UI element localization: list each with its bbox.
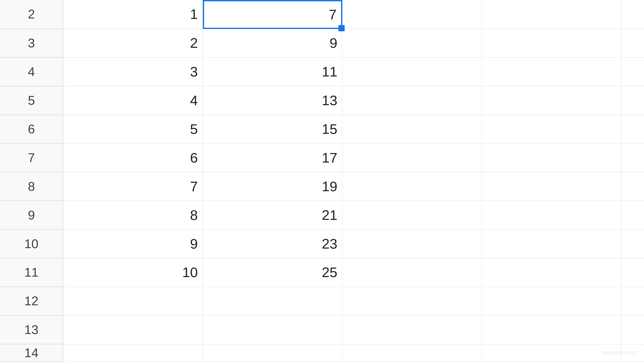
cell[interactable]	[342, 316, 482, 344]
cell[interactable]	[342, 29, 482, 58]
cell[interactable]: 4	[63, 86, 203, 115]
row-headers-column: 2 3 4 5 6 7 8 9 10 11 12 13 14	[0, 0, 63, 362]
table-row	[63, 287, 644, 316]
row-header[interactable]: 4	[0, 58, 63, 86]
cell[interactable]	[482, 0, 622, 29]
selected-cell[interactable]: 7	[203, 0, 342, 29]
cell[interactable]: 7	[63, 172, 203, 201]
cell[interactable]	[622, 230, 644, 258]
cell[interactable]: 21	[203, 201, 342, 230]
row-header[interactable]: 13	[0, 316, 63, 344]
cell[interactable]: 11	[203, 58, 342, 86]
cell[interactable]	[622, 144, 644, 172]
cell[interactable]: 19	[203, 172, 342, 201]
cell[interactable]	[63, 316, 203, 344]
row-header[interactable]: 2	[0, 0, 63, 29]
cell[interactable]	[342, 58, 482, 86]
cell[interactable]: 1	[63, 0, 203, 29]
cell[interactable]: 9	[63, 230, 203, 258]
cell[interactable]	[342, 344, 482, 362]
cell[interactable]	[342, 172, 482, 201]
row-header[interactable]: 14	[0, 344, 63, 362]
cell[interactable]	[622, 287, 644, 316]
cell[interactable]: 15	[203, 115, 342, 144]
cell[interactable]	[622, 86, 644, 115]
cell[interactable]	[482, 316, 622, 344]
cell[interactable]	[482, 258, 622, 287]
cell[interactable]	[482, 115, 622, 144]
row-header[interactable]: 10	[0, 230, 63, 258]
row-header[interactable]: 5	[0, 86, 63, 115]
cell[interactable]	[622, 115, 644, 144]
spreadsheet-grid: 1 7 2 9 3 11 4 13	[63, 0, 644, 362]
table-row	[63, 316, 644, 344]
cell[interactable]	[622, 316, 644, 344]
cell-value: 7	[329, 6, 336, 22]
cell[interactable]	[342, 230, 482, 258]
cell[interactable]: 17	[203, 144, 342, 172]
cell[interactable]: 5	[63, 115, 203, 144]
cell[interactable]	[482, 58, 622, 86]
cell[interactable]: 25	[203, 258, 342, 287]
cell[interactable]	[342, 86, 482, 115]
cell[interactable]	[622, 201, 644, 230]
table-row: 2 9	[63, 29, 644, 58]
cell[interactable]	[482, 144, 622, 172]
cell[interactable]	[622, 0, 644, 29]
cell[interactable]	[622, 29, 644, 58]
table-row: 7 19	[63, 172, 644, 201]
cell[interactable]	[482, 86, 622, 115]
cell[interactable]: 10	[63, 258, 203, 287]
table-row: 9 23	[63, 230, 644, 258]
table-row: 10 25	[63, 258, 644, 287]
watermark: @稀土掘金技术社区	[602, 350, 638, 356]
table-row	[63, 344, 644, 362]
cell[interactable]	[622, 58, 644, 86]
cell[interactable]	[63, 287, 203, 316]
cell[interactable]	[482, 287, 622, 316]
cell[interactable]	[342, 287, 482, 316]
table-row: 1 7	[63, 0, 644, 29]
row-header[interactable]: 3	[0, 29, 63, 58]
cell[interactable]	[342, 258, 482, 287]
cell[interactable]	[482, 344, 622, 362]
cell[interactable]: 9	[203, 29, 342, 58]
row-header[interactable]: 12	[0, 287, 63, 316]
row-header[interactable]: 9	[0, 201, 63, 230]
cell[interactable]	[482, 29, 622, 58]
cell[interactable]	[342, 115, 482, 144]
row-header[interactable]: 11	[0, 258, 63, 287]
row-header[interactable]: 7	[0, 144, 63, 172]
cell[interactable]	[622, 172, 644, 201]
cell[interactable]	[622, 258, 644, 287]
table-row: 5 15	[63, 115, 644, 144]
cell[interactable]: 8	[63, 201, 203, 230]
table-row: 6 17	[63, 144, 644, 172]
cell[interactable]	[482, 230, 622, 258]
cell[interactable]	[63, 344, 203, 362]
fill-handle[interactable]	[338, 25, 345, 31]
cell[interactable]	[203, 287, 342, 316]
table-row: 4 13	[63, 86, 644, 115]
cell[interactable]	[342, 201, 482, 230]
cell[interactable]: 3	[63, 58, 203, 86]
cell[interactable]	[203, 344, 342, 362]
spreadsheet: 2 3 4 5 6 7 8 9 10 11 12 13 14 1 7 2 9	[0, 0, 644, 362]
cell[interactable]	[482, 172, 622, 201]
cell[interactable]	[342, 0, 482, 29]
cell[interactable]: 13	[203, 86, 342, 115]
cell[interactable]: 6	[63, 144, 203, 172]
cell[interactable]	[482, 201, 622, 230]
row-header[interactable]: 8	[0, 172, 63, 201]
cell[interactable]	[342, 144, 482, 172]
cell[interactable]: 23	[203, 230, 342, 258]
cell[interactable]	[203, 316, 342, 344]
row-header[interactable]: 6	[0, 115, 63, 144]
table-row: 8 21	[63, 201, 644, 230]
cell[interactable]: 2	[63, 29, 203, 58]
table-row: 3 11	[63, 58, 644, 86]
